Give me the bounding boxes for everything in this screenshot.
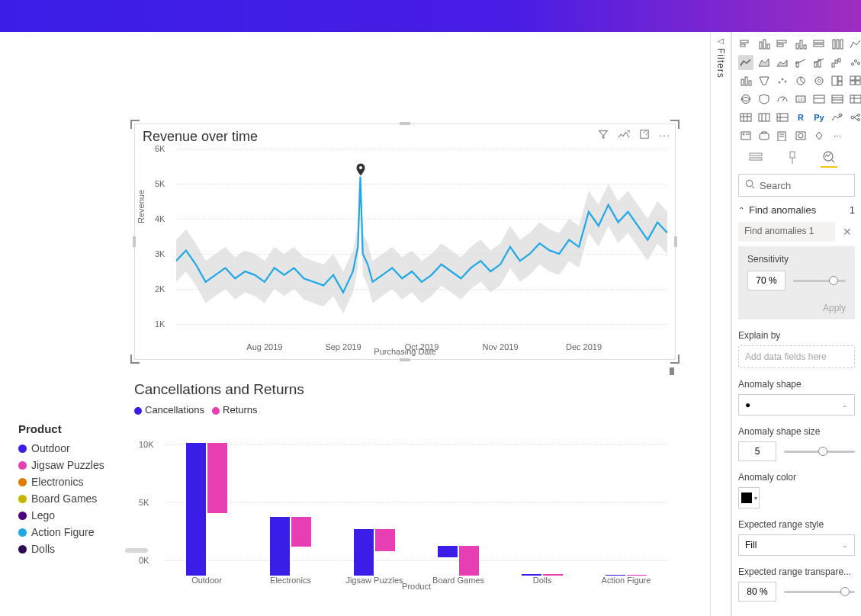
viz-gauge-icon[interactable] xyxy=(775,91,790,107)
viz-waterfall-icon[interactable] xyxy=(830,55,845,70)
viz-donut-icon[interactable] xyxy=(811,73,827,88)
anomaly-shape-select[interactable]: ●⌄ xyxy=(738,394,855,415)
slicer-item[interactable]: Outdoor xyxy=(18,440,125,457)
bar-group[interactable]: Dolls xyxy=(509,574,576,576)
cancellations-bar[interactable] xyxy=(186,443,206,576)
viz-pie-icon[interactable] xyxy=(793,73,808,88)
cancellations-bar[interactable] xyxy=(438,546,458,557)
viz-more-icon[interactable]: ··· xyxy=(830,128,845,143)
viz-kpi-icon[interactable]: 123 xyxy=(793,91,808,107)
resize-handle-r[interactable] xyxy=(674,236,677,247)
fields-tab[interactable] xyxy=(747,151,764,168)
viz-key-influencers-icon[interactable] xyxy=(830,110,845,125)
bar-group[interactable]: Board Games xyxy=(425,546,492,576)
viz-matrix2-icon[interactable] xyxy=(775,110,790,125)
search-input[interactable]: Search xyxy=(738,174,855,197)
viz-line-clustered-icon[interactable] xyxy=(811,55,827,70)
viz-column-small-icon[interactable] xyxy=(738,73,753,88)
resize-handle-t[interactable] xyxy=(400,122,410,125)
anomaly-marker-icon[interactable] xyxy=(355,163,366,177)
viz-scatter-icon[interactable] xyxy=(848,55,861,70)
anomaly-instance-chip[interactable]: Find anomalies 1 xyxy=(738,222,835,242)
slider-thumb[interactable] xyxy=(829,276,838,285)
viz-powerapps-icon[interactable] xyxy=(793,128,808,143)
sensitivity-slider[interactable] xyxy=(793,280,846,282)
explain-by-well[interactable]: Add data fields here xyxy=(738,345,855,368)
slider-thumb[interactable] xyxy=(818,447,827,456)
viz-card-icon[interactable] xyxy=(811,91,827,107)
slicer-item[interactable]: Board Games xyxy=(18,490,125,507)
format-tab[interactable] xyxy=(784,151,801,168)
viz-line-icon[interactable] xyxy=(738,55,753,70)
viz-paginate-icon[interactable] xyxy=(775,128,790,143)
viz-clustered-bar-icon[interactable] xyxy=(775,37,790,52)
slicer-item[interactable]: Electronics xyxy=(18,473,125,490)
viz-ribbon-icon[interactable] xyxy=(848,37,861,52)
slicer-item[interactable]: Action Figure xyxy=(18,524,125,541)
revenue-line-chart[interactable]: Revenue over time ··· Revenue Purchasing… xyxy=(134,124,676,360)
viz-decomp-icon[interactable] xyxy=(848,110,861,125)
analytics-tab[interactable] xyxy=(821,151,837,168)
resize-handle-br[interactable] xyxy=(670,355,679,364)
product-slicer[interactable]: Product OutdoorJigsaw PuzzlesElectronics… xyxy=(18,422,125,557)
slider-thumb[interactable] xyxy=(840,587,850,596)
returns-bar[interactable] xyxy=(207,443,227,514)
more-options-icon[interactable]: ··· xyxy=(659,129,670,142)
viz-table-icon[interactable] xyxy=(848,91,861,107)
cancellations-bar[interactable] xyxy=(270,517,290,576)
slicer-item[interactable]: Lego xyxy=(18,507,125,524)
expected-range-transparency-input[interactable]: 80 % xyxy=(738,582,776,602)
viz-python-visual-icon[interactable]: Py xyxy=(811,110,827,125)
viz-scatter2-icon[interactable] xyxy=(775,73,790,88)
find-anomalies-section[interactable]: ⌃ Find anomalies 1 xyxy=(738,204,855,216)
viz-map-icon[interactable] xyxy=(848,73,861,88)
viz-multi-row-icon[interactable] xyxy=(830,91,845,107)
slicer-item[interactable]: Dolls xyxy=(18,541,125,557)
viz-globe-icon[interactable] xyxy=(738,91,753,107)
viz-treemap-icon[interactable] xyxy=(830,73,845,88)
cancellations-bar[interactable] xyxy=(354,529,374,576)
remove-anomaly-button[interactable]: ✕ xyxy=(840,222,855,242)
viz-shield-icon[interactable] xyxy=(757,91,772,107)
returns-bar[interactable] xyxy=(459,546,479,576)
anomaly-shape-size-input[interactable]: 5 xyxy=(738,441,776,461)
viz-stacked-bar-icon[interactable] xyxy=(738,37,753,52)
viz-table2-icon[interactable] xyxy=(757,110,772,125)
anomaly-size-slider[interactable] xyxy=(784,451,855,453)
sensitivity-input[interactable]: 70 % xyxy=(747,271,786,290)
returns-bar[interactable] xyxy=(375,529,395,551)
bar-group[interactable]: Outdoor xyxy=(173,443,240,576)
viz-stacked-area-icon[interactable] xyxy=(775,55,790,70)
viz-automate-icon[interactable] xyxy=(811,128,827,143)
viz-100-column-icon[interactable] xyxy=(830,37,845,52)
viz-blank-icon[interactable] xyxy=(848,128,861,143)
report-canvas[interactable]: Revenue over time ··· Revenue Purchasing… xyxy=(0,32,710,616)
viz-smart-narrative-icon[interactable] xyxy=(757,128,772,143)
resize-handle-tr[interactable] xyxy=(670,120,679,129)
apply-button[interactable]: Apply xyxy=(747,303,846,313)
filters-pane-collapsed[interactable]: ◁ Filters xyxy=(710,32,731,616)
filter-icon[interactable] xyxy=(598,129,609,142)
viz-funnel-icon[interactable] xyxy=(757,73,772,88)
bar-group[interactable]: Jigsaw Puzzles xyxy=(341,529,408,576)
explain-icon[interactable] xyxy=(618,129,630,142)
returns-bar[interactable] xyxy=(291,517,311,547)
viz-r-visual-icon[interactable]: R xyxy=(793,110,808,125)
scrollbar-thumb[interactable] xyxy=(125,548,148,553)
viz-clustered-column-icon[interactable] xyxy=(793,37,808,52)
expand-filters-icon[interactable]: ◁ xyxy=(718,37,724,45)
transparency-slider[interactable] xyxy=(784,591,855,593)
resize-handle-bl[interactable] xyxy=(130,355,140,364)
anomaly-color-picker[interactable]: ▾ xyxy=(738,487,760,509)
slicer-item[interactable]: Jigsaw Puzzles xyxy=(18,457,125,473)
expected-range-style-select[interactable]: Fill⌄ xyxy=(738,534,855,556)
resize-handle-l[interactable] xyxy=(133,236,136,247)
viz-qa-icon[interactable] xyxy=(738,128,753,143)
viz-matrix-icon[interactable] xyxy=(738,110,753,125)
bar-group[interactable]: Electronics xyxy=(257,517,324,576)
bar-group[interactable]: Action Figure xyxy=(593,575,660,576)
focus-mode-icon[interactable] xyxy=(639,129,650,142)
viz-column-icon[interactable] xyxy=(757,37,772,52)
cancellations-bar-chart[interactable]: Cancellations and Returns Cancellations … xyxy=(134,381,676,589)
resize-handle-b[interactable] xyxy=(400,358,410,361)
